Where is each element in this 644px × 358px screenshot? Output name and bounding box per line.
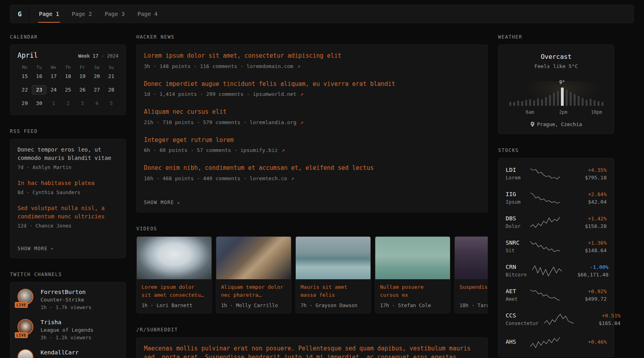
calendar-day[interactable]: 20 [89, 72, 104, 81]
stock-change: -1.00% [568, 264, 609, 270]
stocks-section-title: STOCKS [498, 148, 614, 153]
calendar-day[interactable]: 5 [104, 99, 118, 108]
calendar-day[interactable]: 23 [32, 85, 46, 95]
hackernews-item-title[interactable]: Integer eget rutrum lorem [144, 136, 480, 145]
page-tab[interactable]: Page 1 [33, 5, 66, 23]
calendar-day[interactable]: 2 [61, 99, 75, 108]
hackernews-item-source-link[interactable]: ipsumworld.net ↗ [253, 91, 303, 97]
weather-hourly-chart: 9° [507, 81, 605, 106]
stock-price: $148.64 [566, 247, 607, 253]
weather-hour-bar [537, 98, 539, 106]
stock-name: Lorem [506, 175, 525, 181]
stock-info: CRN Bitcorn [506, 264, 527, 278]
hackernews-item-meta: 1d · 1,414 points · 299 comments · ipsum… [144, 91, 480, 97]
hackernews-item-title[interactable]: Lorem ipsum dolor sit amet, consectetur … [144, 51, 480, 60]
stocks-widget: STOCKS LDI Lorem +4.35% $795.18 [498, 148, 614, 357]
weather-hour-bar [566, 90, 568, 106]
hackernews-item-source-link[interactable]: loremdomain.com ↗ [246, 63, 300, 69]
hackernews-item-title[interactable]: Donec imperdiet augue tincidunt felis al… [144, 80, 480, 89]
hackernews-item-title[interactable]: Aliquam nec cursus elit [144, 107, 480, 117]
twitch-channel[interactable]: LIVE KendallCarr [17, 349, 118, 358]
video-thumbnail[interactable] [137, 237, 211, 279]
twitch-channel[interactable]: LIVE ForrestBurton Counter-Strike 1h · 1… [17, 289, 118, 310]
stock-symbol: AHS [506, 339, 525, 345]
right-column: WEATHER Overcast Feels like 5°C [498, 34, 614, 358]
rss-show-more-button[interactable]: SHOW MORE ⌄ [17, 245, 54, 251]
hackernews-item-title[interactable]: Donec enim nibh, condimentum et accumsan… [144, 163, 480, 173]
calendar-days-grid: 15 16 17 18 19 20 21 22 [17, 72, 118, 108]
hackernews-item-source-link[interactable]: loremlandia.org ↗ [250, 119, 303, 125]
stock-sparkline [531, 265, 563, 277]
hackernews-item-stats: 1d · 1,414 points · 299 comments · [144, 91, 250, 97]
channel-info: Trisha League of Legends 3h · 1.2k viewe… [41, 319, 93, 340]
stock-change: +4.35% [566, 167, 607, 173]
stock-change: +2.84% [566, 191, 607, 197]
calendar-day[interactable]: 27 [89, 85, 104, 95]
twitch-widget: TWITCH CHANNELS LIVE ForrestBurton Count… [10, 272, 126, 358]
video-thumbnail[interactable] [296, 237, 370, 279]
subreddit-item-title[interactable]: Maecenas mollis pulvinar erat non posuer… [144, 344, 480, 358]
calendar-day-header: Su [104, 65, 118, 72]
calendar-day[interactable]: 17 [47, 72, 61, 81]
stock-name: Bitcorn [506, 272, 527, 278]
calendar-day[interactable]: 18 [61, 72, 75, 81]
rss-item-title[interactable]: Donec tempor eros leo, ut commodo mauris… [17, 146, 118, 162]
hackernews-item: Donec enim nibh, condimentum et accumsan… [144, 163, 480, 181]
twitch-channel[interactable]: LIVE Trisha League of Legends 3h · 1.2k … [17, 319, 118, 340]
weather-hour-bar [578, 96, 580, 106]
subreddit-item: Maecenas mollis pulvinar erat non posuer… [144, 344, 480, 358]
video-title[interactable]: Mauris sit amet massa felis [296, 279, 370, 300]
video-title[interactable]: Suspendisse diam [455, 279, 488, 300]
stock-row: AET Amet +0.92% $499.72 [506, 283, 607, 307]
calendar-day[interactable]: 21 [104, 72, 118, 81]
page-tab-label: Page 1 [39, 11, 59, 17]
calendar-day[interactable]: 16 [32, 72, 46, 81]
weather-card: Overcast Feels like 5°C [498, 45, 614, 134]
calendar-day[interactable]: 19 [75, 72, 89, 81]
video-title[interactable]: Aliquam tempor dolor nec pharetra… [216, 279, 291, 300]
video-title[interactable]: Lorem ipsum dolor sit amet consectetu… [137, 279, 211, 300]
calendar-day[interactable]: 29 [17, 99, 32, 108]
hackernews-item: Lorem ipsum dolor sit amet, consectetur … [144, 51, 480, 69]
page-tab[interactable]: Page 3 [98, 5, 131, 23]
video-card[interactable]: Aliquam tempor dolor nec pharetra… 1h · … [216, 236, 291, 313]
stock-change: +0.92% [566, 288, 607, 294]
calendar-day[interactable]: 1 [47, 99, 61, 108]
page-tab[interactable]: Page 4 [131, 5, 164, 23]
calendar-day[interactable]: 28 [104, 85, 118, 95]
stock-numbers: +2.84% $42.04 [566, 191, 607, 205]
stock-sparkline [530, 216, 561, 228]
hackernews-item-source-link[interactable]: loremtech.co ↗ [250, 175, 294, 181]
video-thumbnail[interactable] [216, 237, 291, 279]
calendar-day[interactable]: 22 [17, 85, 32, 95]
calendar-day[interactable]: 4 [89, 99, 104, 108]
rss-item-title[interactable]: In hac habitasse platea [17, 179, 118, 187]
stock-symbol: LDI [506, 167, 525, 173]
calendar-day[interactable]: 24 [47, 85, 61, 95]
weather-hour-bar [521, 101, 523, 106]
page-tab[interactable]: Page 2 [66, 5, 99, 23]
rss-item-title[interactable]: Sed volutpat nulla nisl, a condimentum n… [17, 204, 118, 221]
hackernews-section-title: HACKER NEWS [136, 34, 488, 40]
stock-change: +1.42% [566, 216, 607, 222]
rss-item-meta: 7d · Ashlyn Martin [17, 164, 118, 170]
hackernews-item-stats: 16h · 468 points · 440 comments · [144, 175, 246, 181]
hackernews-item-source-link[interactable]: ipsumify.biz ↗ [241, 147, 285, 153]
video-card[interactable]: Mauris sit amet massa felis 7h · Grayson… [295, 236, 371, 313]
calendar-day[interactable]: 15 [17, 72, 32, 81]
calendar-day[interactable]: 25 [61, 85, 75, 95]
stock-info: DBS Dolor [506, 215, 525, 229]
video-thumbnail[interactable] [455, 237, 488, 279]
calendar-day[interactable]: 30 [32, 99, 46, 108]
video-card[interactable]: Lorem ipsum dolor sit amet consectetu… 1… [136, 236, 212, 313]
video-title[interactable]: Nullam posuere cursus ex [375, 279, 450, 300]
stock-info: LDI Lorem [506, 167, 525, 181]
calendar-day[interactable]: 3 [75, 99, 89, 108]
video-card[interactable]: Nullam posuere cursus ex 17h · Stefan Co… [375, 236, 450, 313]
hackernews-item: Aliquam nec cursus elit 21h · 710 points… [144, 107, 480, 125]
calendar-day[interactable]: 26 [75, 85, 89, 95]
hackernews-show-more-button[interactable]: SHOW MORE ⌄ [144, 200, 180, 206]
video-thumbnail[interactable] [375, 237, 450, 279]
video-card[interactable]: Suspendisse diam 18h · Tara [454, 236, 488, 313]
app-logo[interactable]: G [10, 5, 29, 23]
